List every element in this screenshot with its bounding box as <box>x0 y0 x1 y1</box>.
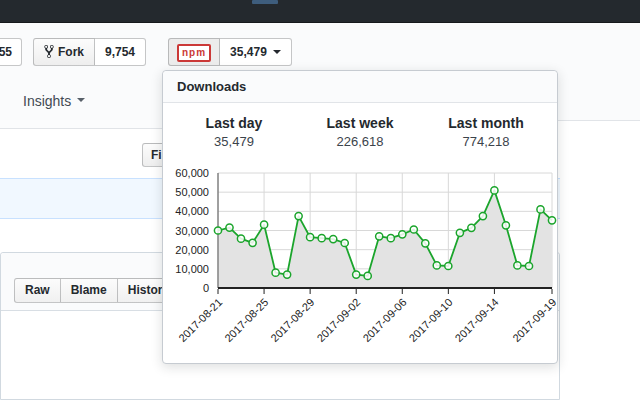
file-actions-group: Raw Blame Histor <box>14 278 178 303</box>
svg-text:40,000: 40,000 <box>175 205 209 217</box>
chevron-down-icon <box>273 50 281 58</box>
svg-text:2017-09-14: 2017-09-14 <box>453 296 501 344</box>
page-background-strip-left <box>0 120 162 128</box>
stat-last-day-label: Last day <box>171 115 297 131</box>
fork-icon <box>44 44 54 59</box>
insights-label: Insights <box>23 93 71 109</box>
downloads-chart: 010,00020,00030,00040,00050,00060,000201… <box>163 166 557 364</box>
npm-button-group: npm 35,479 <box>168 38 292 66</box>
svg-text:2017-09-02: 2017-09-02 <box>314 296 362 344</box>
downloads-popup: Downloads Last day 35,479 Last week 226,… <box>162 70 558 364</box>
fork-button-group: Fork 9,754 <box>33 38 146 66</box>
popup-title: Downloads <box>163 71 557 103</box>
stat-last-month-value: 774,218 <box>423 134 549 149</box>
svg-text:20,000: 20,000 <box>175 244 209 256</box>
stat-last-month: Last month 774,218 <box>423 115 549 149</box>
svg-text:10,000: 10,000 <box>175 263 209 275</box>
browser-top-bar <box>0 0 640 23</box>
blame-button[interactable]: Blame <box>61 278 118 303</box>
star-count-partial[interactable]: 55 <box>0 38 22 66</box>
npm-downloads-dropdown[interactable]: 35,479 <box>220 38 292 66</box>
svg-text:2017-09-06: 2017-09-06 <box>360 296 408 344</box>
insights-chevron-down-icon <box>77 98 85 106</box>
svg-text:2017-09-19: 2017-09-19 <box>510 296 558 344</box>
svg-text:2017-08-21: 2017-08-21 <box>176 296 224 344</box>
svg-text:30,000: 30,000 <box>175 225 209 237</box>
svg-text:50,000: 50,000 <box>175 186 209 198</box>
stat-last-week-label: Last week <box>297 115 423 131</box>
stat-last-week: Last week 226,618 <box>297 115 423 149</box>
svg-text:60,000: 60,000 <box>175 167 209 179</box>
stat-last-day: Last day 35,479 <box>171 115 297 149</box>
svg-text:2017-08-25: 2017-08-25 <box>222 296 270 344</box>
npm-badge[interactable]: npm <box>168 38 220 66</box>
fork-button[interactable]: Fork <box>33 38 95 66</box>
npm-downloads-count: 35,479 <box>230 45 267 59</box>
fork-count[interactable]: 9,754 <box>95 38 146 66</box>
svg-text:2017-09-10: 2017-09-10 <box>406 296 454 344</box>
download-stats: Last day 35,479 Last week 226,618 Last m… <box>163 103 557 149</box>
fork-button-label: Fork <box>58 45 84 59</box>
stat-last-week-value: 226,618 <box>297 134 423 149</box>
stat-last-month-label: Last month <box>423 115 549 131</box>
nav-divider-left <box>0 128 162 129</box>
header-partial-element <box>252 0 278 4</box>
nav-divider-right <box>558 120 640 121</box>
nav-item-insights[interactable]: Insights <box>23 93 85 109</box>
svg-text:2017-08-29: 2017-08-29 <box>268 296 316 344</box>
npm-logo-icon: npm <box>177 44 211 62</box>
raw-button[interactable]: Raw <box>14 278 61 303</box>
stat-last-day-value: 35,479 <box>171 134 297 149</box>
svg-text:0: 0 <box>203 282 209 294</box>
